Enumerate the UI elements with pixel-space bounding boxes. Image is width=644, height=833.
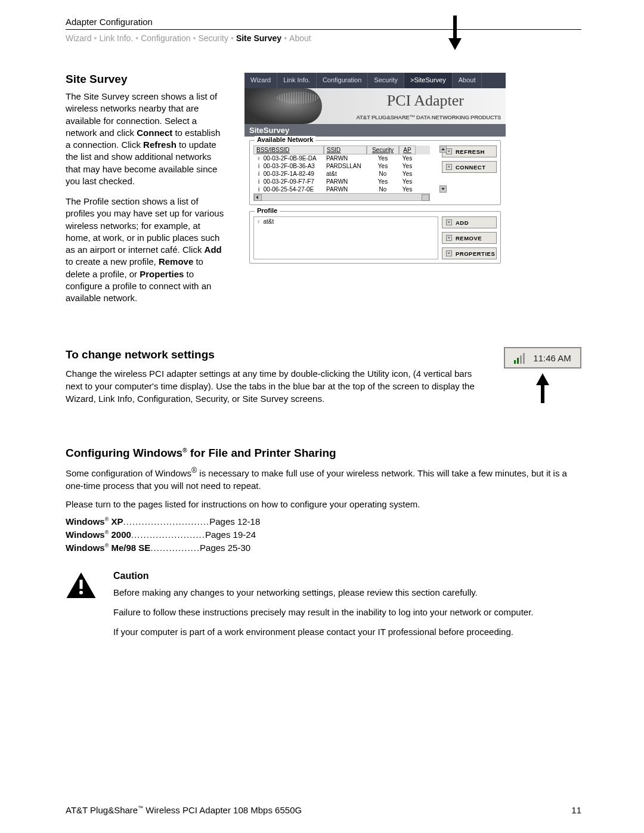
caution-p1: Before making any changes to your networ…	[113, 586, 534, 599]
breadcrumb-sep: •	[231, 33, 234, 43]
configuring-para-2: Please turn to the pages listed for inst…	[66, 498, 581, 510]
caution-p3: If your computer is part of a work envir…	[113, 625, 534, 638]
scroll-down-icon[interactable]	[439, 185, 447, 193]
network-icon: i	[256, 178, 262, 185]
col-ap[interactable]: AP	[399, 145, 416, 154]
site-survey-para-1: The Site Survey screen shows a list of w…	[66, 91, 227, 187]
profile-icon: ♀	[256, 218, 261, 225]
col-bss[interactable]: BSS/IBSSID	[253, 145, 324, 154]
app-tab[interactable]: About	[453, 73, 482, 88]
network-icon: i	[256, 186, 262, 193]
banner-title: PCI Adapter	[387, 92, 464, 110]
breadcrumb-item[interactable]: About	[289, 33, 311, 43]
caution-heading: Caution	[113, 571, 534, 581]
breadcrumb-sep: •	[284, 33, 287, 43]
available-network-group: Available Network BSS/IBSSID SSID Securi…	[249, 140, 501, 205]
top-header: Adapter Configuration	[66, 17, 581, 30]
os-row: Windows® Me/98 SE ................Pages …	[66, 543, 581, 553]
configuring-para-1: Some configuration of Windows® is necess…	[66, 466, 581, 492]
app-tab-bar: WizardLink Info.ConfigurationSecurity>Si…	[244, 73, 506, 88]
change-settings-heading: To change network settings	[66, 348, 486, 361]
breadcrumb-item[interactable]: Site Survey	[236, 33, 281, 43]
table-row[interactable]: i 00-06-25-54-27-0EPARWNNoYes	[253, 185, 430, 193]
refresh-button[interactable]: »REFRESH	[442, 145, 497, 157]
section-bar: SiteSurvey	[244, 124, 506, 137]
breadcrumb-sep: •	[94, 33, 97, 43]
app-banner: PCI Adapter AT&T PLUG&SHARE™ DATA NETWOR…	[244, 88, 506, 124]
breadcrumb-sep: •	[135, 33, 138, 43]
remove-button[interactable]: »REMOVE	[442, 232, 497, 244]
app-tab[interactable]: >SiteSurvey	[404, 73, 453, 88]
table-row[interactable]: i 00-03-2F-1A-82-49at&tNoYes	[253, 170, 430, 178]
breadcrumb-item[interactable]: Security	[198, 33, 228, 43]
clock-time: 11:46 AM	[533, 353, 571, 363]
network-icon: i	[256, 163, 262, 169]
page-number: 11	[571, 805, 581, 815]
network-icon: ♀	[256, 155, 262, 162]
site-survey-heading: Site Survey	[66, 73, 227, 86]
table-row[interactable]: ♀ 00-03-2F-0B-9E-DAPARWNYesYes	[253, 154, 430, 162]
available-network-legend: Available Network	[255, 136, 315, 143]
add-button[interactable]: »ADD	[442, 216, 497, 228]
banner-image	[244, 88, 322, 124]
signal-bars-icon	[514, 352, 527, 364]
breadcrumb-item[interactable]: Wizard	[66, 33, 92, 43]
site-survey-para-2: The Profile section shows a list of prof…	[66, 196, 227, 304]
os-row: Windows® 2000 ........................Pa…	[66, 529, 581, 540]
configuring-heading: Configuring Windows® for File and Printe…	[66, 447, 581, 460]
banner-subtitle: AT&T PLUG&SHARE™ DATA NETWORKING PRODUCT…	[356, 114, 501, 120]
scroll-up-icon[interactable]	[439, 145, 447, 153]
connect-button[interactable]: »CONNECT	[442, 161, 497, 173]
properties-button[interactable]: »PROPERTIES	[442, 247, 497, 259]
breadcrumb-item[interactable]: Configuration	[141, 33, 190, 43]
app-screenshot: WizardLink Info.ConfigurationSecurity>Si…	[244, 73, 506, 273]
profile-legend: Profile	[255, 207, 280, 214]
list-item[interactable]: ♀at&t	[256, 218, 435, 225]
table-row[interactable]: i 00-03-2F-09-F7-F7PARWNYesYes	[253, 178, 430, 185]
network-icon: i	[256, 171, 262, 177]
col-security[interactable]: Security	[367, 145, 399, 154]
profile-list[interactable]: ♀at&t	[253, 216, 438, 259]
breadcrumb-item[interactable]: Link Info.	[99, 33, 133, 43]
app-tab[interactable]: Wizard	[244, 73, 277, 88]
network-table-header: BSS/IBSSID SSID Security AP	[253, 145, 430, 154]
app-tab[interactable]: Security	[368, 73, 404, 88]
breadcrumb: Wizard•Link Info.•Configuration•Security…	[66, 33, 581, 43]
horizontal-scrollbar[interactable]	[253, 193, 430, 201]
caution-p2: Failure to follow these instructions pre…	[113, 606, 534, 618]
col-ssid[interactable]: SSID	[324, 145, 367, 154]
profile-group: Profile ♀at&t »ADD »REMOVE »PROPERTIES	[249, 211, 501, 264]
svg-point-2	[79, 591, 83, 594]
os-row: Windows® XP ............................…	[66, 516, 581, 527]
system-tray-clock: 11:46 AM	[504, 347, 581, 368]
footer-left: AT&T Plug&Share™ Wireless PCI Adapter 10…	[66, 805, 302, 815]
svg-rect-1	[79, 580, 82, 589]
app-tab[interactable]: Configuration	[317, 73, 368, 88]
app-tab[interactable]: Link Info.	[277, 73, 317, 88]
breadcrumb-sep: •	[193, 33, 196, 43]
change-settings-para: Change the wireless PCI adapter settings…	[66, 367, 486, 405]
warning-icon	[66, 571, 101, 645]
table-row[interactable]: i 00-03-2F-0B-36-A3PARDSLLANYesYes	[253, 162, 430, 170]
